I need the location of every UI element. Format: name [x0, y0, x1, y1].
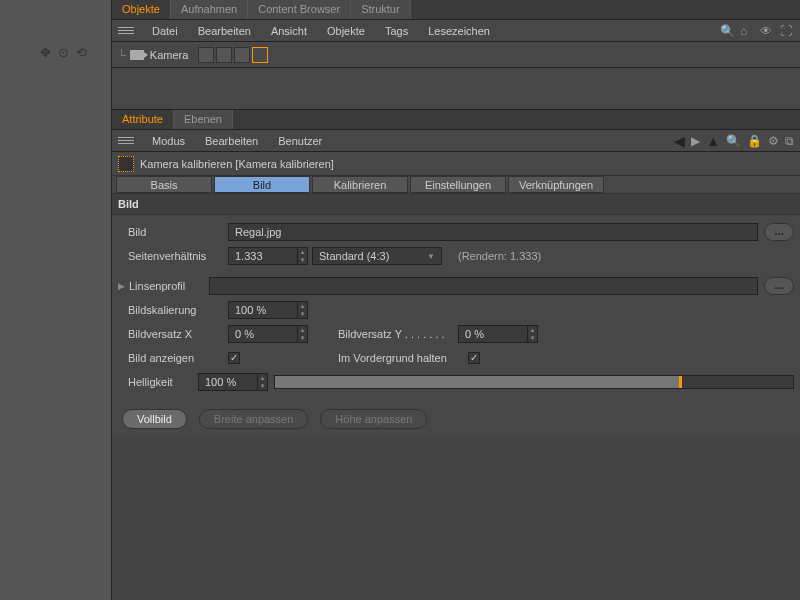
label-helligkeit: Helligkeit [118, 376, 198, 388]
subtab-bild[interactable]: Bild [214, 176, 310, 193]
label-bild: Bild [118, 226, 228, 238]
viewport-panel: ✥ ⊙ ⟲ [0, 0, 112, 600]
gear-icon[interactable]: ⚙ [768, 134, 779, 148]
tab-attribute[interactable]: Attribute [112, 110, 174, 129]
new-window-icon[interactable]: ⧉ [785, 134, 794, 148]
render-info: (Rendern: 1.333) [458, 250, 541, 262]
menu-lesezeichen[interactable]: Lesezeichen [418, 25, 500, 37]
input-bildversatz-y[interactable]: 0 % [458, 325, 528, 343]
menu-tags[interactable]: Tags [375, 25, 418, 37]
button-breite-anpassen[interactable]: Breite anpassen [199, 409, 309, 429]
rotate-icon[interactable]: ⟲ [76, 45, 90, 59]
checkbox-bild-anzeigen[interactable]: ✓ [228, 352, 240, 364]
nav-back-icon[interactable]: ◀ [674, 133, 685, 149]
home-icon[interactable]: ⌂ [740, 24, 754, 38]
hamburger-icon[interactable] [118, 27, 134, 34]
button-hoehe-anpassen[interactable]: Höhe anpassen [320, 409, 427, 429]
main-panel: Objekte Aufnahmen Content Browser Strukt… [112, 0, 800, 600]
nav-up-icon[interactable]: ▲ [706, 133, 720, 149]
attribute-sub-tabs: Basis Bild Kalibrieren Einstellungen Ver… [112, 176, 800, 194]
input-bildversatz-x[interactable]: 0 % [228, 325, 298, 343]
menu-ansicht[interactable]: Ansicht [261, 25, 317, 37]
checkbox-vordergrund[interactable]: ✓ [468, 352, 480, 364]
button-vollbild[interactable]: Vollbild [122, 409, 187, 429]
dropdown-aspect-preset[interactable]: Standard (4:3) ▼ [312, 247, 442, 265]
label-linsenprofil: Linsenprofil [129, 280, 209, 292]
hamburger-icon[interactable] [118, 137, 134, 144]
browse-linsenprofil-button[interactable]: ... [764, 277, 794, 295]
lock-icon[interactable]: 🔒 [747, 134, 762, 148]
object-list-empty [112, 68, 800, 110]
browse-bild-button[interactable]: ... [764, 223, 794, 241]
input-helligkeit[interactable]: 100 % [198, 373, 258, 391]
label-bildversatz-x: Bildversatz X [118, 328, 228, 340]
slider-handle[interactable] [679, 376, 682, 388]
menu-objekte[interactable]: Objekte [317, 25, 375, 37]
search-icon[interactable]: 🔍 [720, 24, 734, 38]
label-bildversatz-y: Bildversatz Y . . . . . . . [328, 328, 458, 340]
eye-icon[interactable]: 👁 [760, 24, 774, 38]
tab-objekte[interactable]: Objekte [112, 0, 171, 19]
attribute-title: Kamera kalibrieren [Kamera kalibrieren] [140, 158, 334, 170]
section-header-bild: Bild [112, 194, 800, 215]
subtab-basis[interactable]: Basis [116, 176, 212, 193]
spinner-vx[interactable]: ▲▼ [298, 325, 308, 343]
nav-fwd-icon[interactable]: ▶ [691, 134, 700, 148]
dropdown-value: Standard (4:3) [319, 250, 389, 262]
tag-icon-1[interactable] [198, 47, 214, 63]
slider-helligkeit[interactable] [274, 375, 794, 389]
top-tabs: Objekte Aufnahmen Content Browser Strukt… [112, 0, 800, 20]
input-bildskalierung[interactable]: 100 % [228, 301, 298, 319]
tab-ebenen[interactable]: Ebenen [174, 110, 233, 129]
object-row-kamera[interactable]: └ Kamera [112, 42, 800, 68]
spinner-seiten[interactable]: ▲▼ [298, 247, 308, 265]
tag-icon-2[interactable] [216, 47, 232, 63]
button-row: Vollbild Breite anpassen Höhe anpassen [112, 401, 800, 437]
tag-icon-3[interactable] [234, 47, 250, 63]
move-icon[interactable]: ✥ [40, 45, 54, 59]
object-name: Kamera [150, 49, 189, 61]
input-bild[interactable]: Regal.jpg [228, 223, 758, 241]
label-vordergrund: Im Vordergrund halten [328, 352, 468, 364]
target-icon[interactable]: ⊙ [58, 45, 72, 59]
calibrate-tag-icon [118, 156, 134, 172]
attribute-tabs: Attribute Ebenen [112, 110, 800, 130]
spinner-vy[interactable]: ▲▼ [528, 325, 538, 343]
viewport-tools: ✥ ⊙ ⟲ [40, 45, 90, 59]
label-seitenverhaeltnis: Seitenverhältnis [118, 250, 228, 262]
tag-icon-calibrate[interactable] [252, 47, 268, 63]
chevron-down-icon: ▼ [427, 252, 435, 261]
label-bildskalierung: Bildskalierung [118, 304, 228, 316]
tab-struktur[interactable]: Struktur [351, 0, 411, 19]
maximize-icon[interactable]: ⛶ [780, 24, 794, 38]
tag-icons [198, 47, 268, 63]
subtab-einstellungen[interactable]: Einstellungen [410, 176, 506, 193]
tab-content-browser[interactable]: Content Browser [248, 0, 351, 19]
tab-aufnahmen[interactable]: Aufnahmen [171, 0, 248, 19]
object-menubar: Datei Bearbeiten Ansicht Objekte Tags Le… [112, 20, 800, 42]
input-seitenverhaeltnis[interactable]: 1.333 [228, 247, 298, 265]
camera-icon [130, 50, 144, 60]
spinner-hell[interactable]: ▲▼ [258, 373, 268, 391]
subtab-kalibrieren[interactable]: Kalibrieren [312, 176, 408, 193]
disclosure-linsenprofil[interactable]: ▶ [118, 281, 125, 291]
form-bild: Bild Regal.jpg ... Seitenverhältnis 1.33… [112, 215, 800, 401]
spinner-skal[interactable]: ▲▼ [298, 301, 308, 319]
label-bild-anzeigen: Bild anzeigen [118, 352, 228, 364]
menu-bearbeiten-2[interactable]: Bearbeiten [195, 135, 268, 147]
attribute-header: Kamera kalibrieren [Kamera kalibrieren] [112, 152, 800, 176]
input-linsenprofil[interactable] [209, 277, 758, 295]
search-icon[interactable]: 🔍 [726, 134, 741, 148]
slider-fill [275, 376, 679, 388]
subtab-verknuepfungen[interactable]: Verknüpfungen [508, 176, 604, 193]
tree-branch-icon: └ [118, 49, 126, 61]
attribute-menubar: Modus Bearbeiten Benutzer ◀ ▶ ▲ 🔍 🔒 ⚙ ⧉ [112, 130, 800, 152]
menu-datei[interactable]: Datei [142, 25, 188, 37]
menu-bearbeiten[interactable]: Bearbeiten [188, 25, 261, 37]
menu-benutzer[interactable]: Benutzer [268, 135, 332, 147]
menu-modus[interactable]: Modus [142, 135, 195, 147]
